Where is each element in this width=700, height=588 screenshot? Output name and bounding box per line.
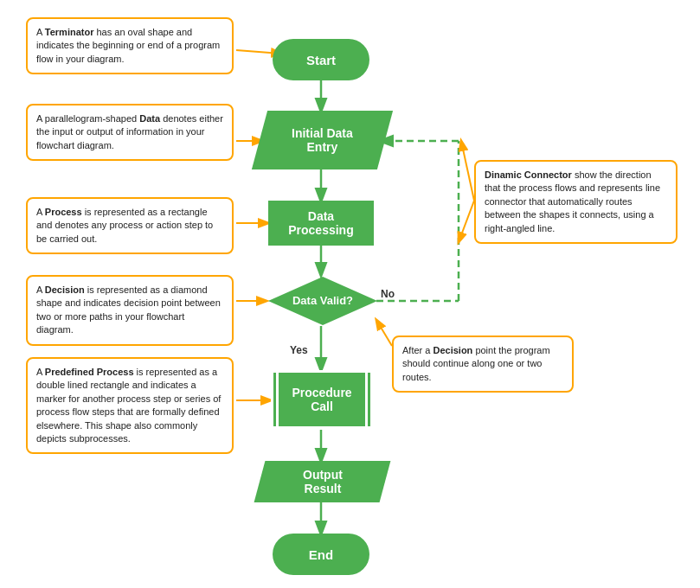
no-label: No [381, 288, 395, 300]
output-result-shape: OutputResult [260, 461, 385, 502]
process-rectangle: DataProcessing [268, 201, 374, 246]
decision-shape: Data Valid? [267, 275, 379, 330]
annotation-connector-title: Dinamic Connector [485, 169, 572, 180]
annotation-decision-title: Decision [45, 284, 85, 295]
annotation-data: A parallelogram-shaped Data denotes eith… [26, 104, 234, 161]
annotation-decision-note: After a Decision point the program shoul… [392, 336, 574, 393]
start-shape: Start [273, 39, 369, 80]
annotation-decision: A Decision is represented as a diamond s… [26, 275, 234, 346]
data-processing-shape: DataProcessing [268, 201, 374, 246]
diagram-container: Start Initial DataEntry DataProcessing D… [0, 0, 700, 588]
annotation-terminator-title: Terminator [45, 27, 94, 37]
end-shape: End [273, 534, 369, 575]
svg-line-14 [459, 201, 474, 242]
start-terminator: Start [273, 39, 369, 80]
annotation-dynamic-connector: Dinamic Connector show the direction tha… [474, 160, 678, 244]
data-shape-output: OutputResult [254, 461, 391, 502]
annotation-predefined-title: Predefined Process [45, 367, 134, 377]
annotation-decision-note-title: Decision [433, 345, 472, 355]
annotation-terminator: A Terminator has an oval shape and indic… [26, 17, 234, 74]
end-terminator: End [273, 534, 369, 575]
annotation-process: A Process is represented as a rectangle … [26, 197, 234, 254]
procedure-call-shape: ProcedureCall [271, 370, 373, 429]
yes-label: Yes [290, 344, 308, 356]
initial-data-entry-shape: Initial DataEntry [260, 111, 385, 169]
svg-text:Data Valid?: Data Valid? [292, 294, 353, 307]
predefined-process-rect: ProcedureCall [271, 370, 373, 429]
svg-line-15 [461, 141, 474, 201]
annotation-process-title: Process [45, 207, 82, 217]
data-shape-initial: Initial DataEntry [252, 111, 393, 169]
annotation-data-title: Data [139, 113, 160, 124]
annotation-predefined: A Predefined Process is represented as a… [26, 357, 234, 454]
